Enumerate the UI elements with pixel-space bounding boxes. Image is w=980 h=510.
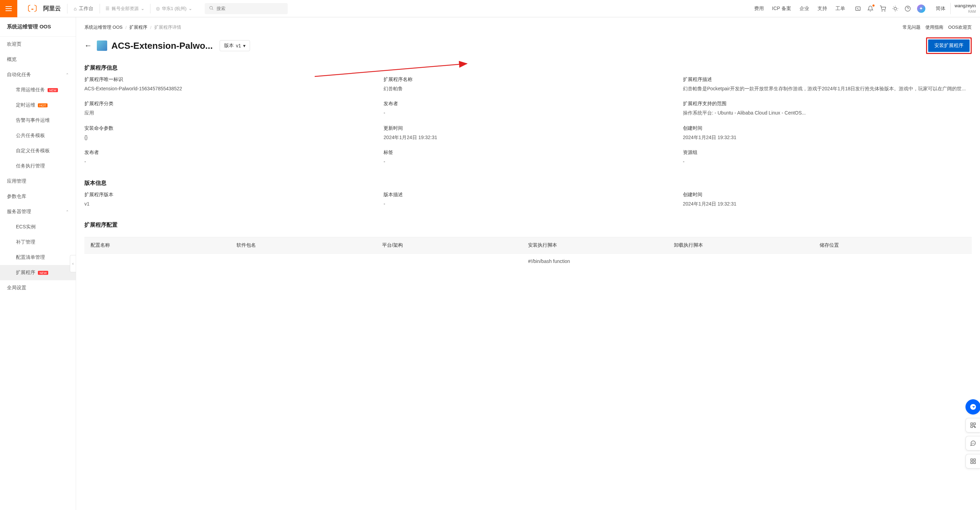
nav-enterprise[interactable]: 企业 [795, 6, 813, 12]
workspace-label: 工作台 [79, 6, 93, 12]
svg-point-0 [210, 6, 213, 9]
info-item: 标签- [383, 150, 672, 166]
link-guide[interactable]: 使用指南 [925, 24, 943, 30]
svg-rect-19 [974, 462, 975, 464]
sidebar-item[interactable]: 告警与事件运维 [0, 113, 76, 128]
svg-rect-13 [974, 427, 975, 428]
sidebar: 系统运维管理 OOS 欢迎页概览自动化任务⌃常用运维任务NEW定时运维HOT告警… [0, 17, 76, 510]
info-value: 幻兽帕鲁是Pocketpair开发的一款开放世界生存制作游戏，游戏于2024年1… [683, 85, 972, 92]
sidebar-item[interactable]: 服务器管理⌃ [0, 204, 76, 219]
extension-icon [97, 40, 107, 51]
version-selector[interactable]: 版本 v1 ▾ [220, 40, 250, 51]
install-button[interactable]: 安装扩展程序 [928, 40, 970, 52]
chevron-down-icon: ⌄ [141, 6, 145, 11]
info-label: 扩展程序版本 [84, 192, 373, 198]
sidebar-item[interactable]: 补丁管理 [0, 234, 76, 250]
user-name: wangzeyin [955, 3, 976, 9]
table-header: 配置名称软件包名平台/架构安装执行脚本卸载执行脚本储存位置 [84, 237, 972, 253]
svg-point-4 [885, 11, 885, 11]
sidebar-item[interactable]: 公共任务模板 [0, 128, 76, 143]
nav-support[interactable]: 支持 [813, 6, 831, 12]
info-item: 扩展程序支持的范围操作系统平台: - Ubuntu - Alibaba Clou… [683, 101, 972, 116]
qrcode-icon[interactable] [966, 418, 980, 432]
table-col-header: 卸载执行脚本 [674, 242, 820, 249]
info-label: 版本描述 [383, 192, 672, 198]
sidebar-item[interactable]: 参数仓库 [0, 189, 76, 204]
top-nav: 费用 ICP 备案 企业 支持 工单 [750, 6, 849, 12]
info-item: 发布者- [84, 150, 373, 166]
info-value: v1 [84, 200, 373, 207]
back-arrow[interactable]: ← [84, 41, 92, 50]
sidebar-item[interactable]: 欢迎页 [0, 37, 76, 52]
chevron-down-icon: ⌄ [188, 6, 192, 11]
nav-billing[interactable]: 费用 [750, 6, 768, 12]
logo-icon: 〔-〕 [24, 3, 41, 14]
sidebar-collapse[interactable]: ‹ [70, 255, 76, 272]
table-cell [382, 258, 528, 264]
section-info-title: 扩展程序信息 [84, 61, 972, 76]
workspace-link[interactable]: ⌂ 工作台 [67, 6, 99, 12]
notification-icon[interactable] [867, 6, 873, 12]
svg-point-3 [882, 11, 883, 11]
notification-dot [872, 5, 875, 6]
sidebar-item[interactable]: 定时运维HOT [0, 97, 76, 113]
info-value: - [383, 158, 672, 166]
info-item: 创建时间2024年1月24日 19:32:31 [683, 125, 972, 141]
info-item: 发布者- [383, 101, 672, 116]
table-cell [91, 258, 237, 264]
info-value: {} [84, 134, 373, 141]
info-item: 安装命令参数{} [84, 125, 373, 141]
nav-ticket[interactable]: 工单 [831, 6, 849, 12]
info-item: 更新时间2024年1月24日 19:32:31 [383, 125, 672, 141]
table-cell [819, 258, 966, 264]
search-input[interactable] [216, 6, 283, 11]
info-value: 应用 [84, 109, 373, 116]
info-item: 资源组- [683, 150, 972, 166]
feedback-icon[interactable] [966, 436, 980, 451]
language-selector[interactable]: 简体 [931, 6, 950, 12]
sidebar-item[interactable]: 常用运维任务NEW [0, 82, 76, 97]
info-label: 创建时间 [683, 125, 972, 131]
hamburger-menu[interactable] [0, 0, 17, 17]
sidebar-item[interactable]: 概览 [0, 52, 76, 67]
sidebar-item[interactable]: 应用管理 [0, 174, 76, 189]
link-faq[interactable]: 常见问题 [902, 24, 921, 30]
sidebar-item[interactable]: 自动化任务⌃ [0, 67, 76, 82]
sidebar-item[interactable]: 任务执行管理 [0, 158, 76, 174]
sidebar-item[interactable]: 扩展程序NEW [0, 265, 76, 280]
svg-rect-9 [970, 423, 972, 424]
assistant-icon[interactable]: ✦ [917, 5, 925, 13]
table-col-header: 储存位置 [819, 242, 966, 249]
sidebar-item[interactable]: 配置清单管理 [0, 250, 76, 265]
breadcrumb-parent[interactable]: 扩展程序 [129, 24, 147, 30]
location-icon: ◎ [156, 6, 160, 11]
search-box[interactable] [205, 3, 288, 14]
table-col-header: 软件包名 [237, 242, 382, 249]
logo[interactable]: 〔-〕 阿里云 [17, 3, 67, 14]
info-value: - [683, 158, 972, 166]
search-icon [209, 6, 214, 12]
svg-rect-12 [974, 426, 974, 427]
sidebar-item[interactable]: ECS实例 [0, 219, 76, 234]
apps-icon[interactable] [966, 454, 980, 469]
nav-icp[interactable]: ICP 备案 [768, 6, 795, 12]
link-welcome[interactable]: OOS欢迎页 [948, 24, 972, 30]
list-icon: ☰ [105, 6, 110, 11]
region-selector[interactable]: ◎ 华东1 (杭州) ⌄ [150, 6, 198, 12]
info-label: 扩展程序唯一标识 [84, 76, 373, 83]
resource-label: 账号全部资源 [112, 6, 138, 12]
breadcrumb-root[interactable]: 系统运维管理 OOS [84, 24, 123, 30]
sidebar-item[interactable]: 全局设置 [0, 280, 76, 295]
info-value: 2024年1月24日 19:32:31 [383, 134, 672, 141]
cart-icon[interactable] [880, 6, 886, 12]
cloudshell-icon[interactable] [855, 6, 861, 12]
info-label: 扩展程序分类 [84, 101, 373, 107]
user-box[interactable]: wangzeyin RAM [950, 3, 980, 14]
sidebar-item[interactable]: 自定义任务模板 [0, 143, 76, 158]
theme-icon[interactable] [892, 6, 898, 12]
chat-icon[interactable] [966, 399, 980, 414]
svg-rect-20 [970, 462, 972, 464]
table-cell: #!/bin/bash function [528, 258, 674, 264]
help-icon[interactable] [905, 6, 911, 12]
resource-selector[interactable]: ☰ 账号全部资源 ⌄ [100, 6, 150, 12]
